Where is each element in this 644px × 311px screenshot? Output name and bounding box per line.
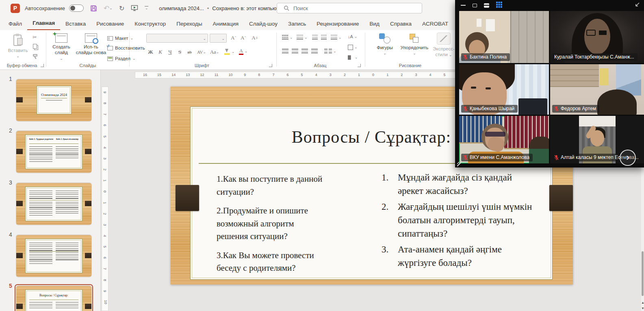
tab-acrobat[interactable]: ACROBAT: [417, 18, 453, 30]
character-spacing-button[interactable]: AV: [196, 48, 207, 56]
thumbnail-text-placeholder: [56, 146, 79, 159]
strikethrough-button[interactable]: S: [176, 48, 184, 56]
paragraph-dialog-launcher-icon[interactable]: [358, 64, 361, 67]
ruler-number: 1: [386, 73, 388, 77]
reuse-slides-button[interactable]: Исп-ть слайды снова: [76, 33, 106, 56]
search-box[interactable]: [277, 3, 422, 13]
maximize-icon[interactable]: [473, 4, 477, 7]
slide-clip-decoration: [16, 201, 23, 206]
tab-вставка[interactable]: Вставка: [60, 18, 91, 30]
video-tile-participant-4[interactable]: Федоров Артем: [550, 64, 644, 115]
tab-переходы[interactable]: Переходы: [171, 18, 207, 30]
speaker-view-icon[interactable]: [484, 3, 489, 8]
tab-запись[interactable]: Запись: [283, 18, 311, 30]
bold-button[interactable]: Ж: [146, 48, 155, 56]
document-name[interactable]: олимпиада 2024...: [159, 5, 204, 11]
reset-button[interactable]: Восстановить: [107, 44, 145, 52]
redo-icon[interactable]: ↻: [119, 4, 124, 12]
saved-status[interactable]: Сохранено в: этот компьютер: [212, 5, 284, 11]
slideshow-icon[interactable]: [131, 5, 138, 11]
powerpoint-logo-icon[interactable]: P: [11, 4, 20, 13]
paste-button[interactable]: Вставить: [6, 33, 30, 58]
copy-icon[interactable]: [33, 44, 37, 49]
video-tile-participant-2[interactable]: Куралай Токтарбекқызы С.Аманж...: [550, 11, 644, 63]
autosave-toggle[interactable]: [69, 4, 84, 12]
previous-slide-icon[interactable]: ▲: [641, 301, 644, 304]
tab-рисование[interactable]: Рисование: [91, 18, 129, 30]
format-painter-icon[interactable]: [33, 54, 38, 61]
justify-button[interactable]: [311, 49, 318, 54]
scrollbar-thumb[interactable]: [642, 251, 644, 296]
muted-mic-icon: [554, 155, 559, 160]
font-size-combobox[interactable]: [210, 34, 227, 43]
numbering-button[interactable]: [297, 35, 308, 40]
tab-рецензирование[interactable]: Рецензирование: [311, 18, 364, 30]
section-button[interactable]: Раздел: [107, 54, 136, 63]
shrink-font-button[interactable]: Аˇ: [239, 34, 247, 42]
next-slide-icon[interactable]: ▼: [641, 307, 644, 310]
convert-smartart-button[interactable]: [348, 55, 358, 60]
video-tile-participant-3[interactable]: Қаныбекова Шырай: [459, 64, 549, 115]
bullets-button[interactable]: [282, 35, 293, 40]
align-right-button[interactable]: [301, 49, 308, 54]
question-item: Мұндай жағдайда сіз қандай әрекет жасайс…: [382, 171, 534, 198]
minimize-icon[interactable]: [461, 5, 466, 6]
strikethrough-ab-button[interactable]: ab: [185, 48, 194, 56]
quick-styles-button[interactable]: Экспресс-стили: [432, 33, 456, 58]
clear-formatting-button[interactable]: А◊: [250, 34, 259, 42]
slide-thumbnail-3[interactable]: [16, 183, 91, 225]
new-slide-button[interactable]: Создать слайд: [49, 33, 74, 61]
search-input[interactable]: [293, 5, 399, 11]
change-case-button[interactable]: Аа: [209, 48, 220, 56]
ruler-number: 2: [344, 73, 346, 77]
slide-thumbnail-1[interactable]: Олимпиада 2024: [16, 79, 91, 121]
align-center-button[interactable]: [292, 49, 298, 54]
exit-minimized-view-icon[interactable]: [635, 2, 640, 9]
vertical-ruler[interactable]: 987654321012345678910: [102, 87, 108, 311]
tab-файл[interactable]: Файл: [3, 18, 27, 30]
tab-слайд-шоу[interactable]: Слайд-шоу: [244, 18, 283, 30]
tab-анимация[interactable]: Анимация: [208, 18, 244, 30]
font-name-combobox[interactable]: [146, 34, 208, 43]
align-left-button[interactable]: [282, 49, 288, 54]
next-participants-page-button[interactable]: ›: [620, 150, 636, 166]
decrease-indent-button[interactable]: [312, 35, 318, 40]
shapes-button[interactable]: Фигуры: [373, 33, 397, 55]
thumbnail-title: Олимпиада 2024: [37, 93, 71, 97]
tab-вид[interactable]: Вид: [364, 18, 385, 30]
customize-toolbar-icon[interactable]: [145, 6, 148, 11]
line-spacing-button[interactable]: [331, 35, 342, 40]
video-call-window[interactable]: Бахтина Полина Куралай Токтарбекқызы С.А…: [455, 0, 644, 167]
undo-chevron-icon[interactable]: [109, 7, 113, 10]
increase-indent-button[interactable]: [321, 35, 327, 40]
grow-font-button[interactable]: Аˆ: [229, 34, 238, 42]
arrange-button[interactable]: Упорядочить: [398, 33, 431, 55]
layout-button[interactable]: Макет: [107, 34, 133, 42]
questions-left-column[interactable]: 1.Как вы поступите в данной ситуации? 2.…: [217, 173, 326, 281]
text-direction-button[interactable]: ↓А: [348, 34, 357, 39]
ruler-number: 2: [103, 213, 107, 215]
font-color-button[interactable]: А: [239, 48, 247, 55]
slide-thumbnail-4[interactable]: [16, 235, 91, 277]
align-text-button[interactable]: [348, 45, 358, 50]
italic-button[interactable]: К: [156, 48, 165, 56]
font-dialog-launcher-icon[interactable]: [269, 64, 272, 67]
resize-handle-icon[interactable]: [457, 162, 462, 166]
tab-главная[interactable]: Главная: [27, 17, 60, 30]
underline-button[interactable]: Ч: [166, 48, 174, 56]
video-tile-participant-1[interactable]: Бахтина Полина: [459, 11, 549, 63]
tab-конструктор[interactable]: Конструктор: [129, 18, 171, 30]
undo-icon[interactable]: ↶: [104, 4, 113, 13]
slide-thumbnail-2[interactable]: Кейс 1. Трудные родители Кейс 1. Қиын ат…: [16, 131, 91, 173]
gallery-view-icon[interactable]: [496, 2, 502, 9]
columns-button[interactable]: [324, 49, 336, 54]
group-divider: [276, 33, 277, 67]
questions-right-column[interactable]: Мұндай жағдайда сіз қандай әрекет жасайс…: [382, 171, 534, 273]
clipboard-dialog-launcher-icon[interactable]: [41, 64, 44, 67]
save-icon[interactable]: [90, 5, 97, 12]
document-title[interactable]: олимпиада 2024... • Сохранено в: этот ко…: [159, 5, 291, 11]
text-highlight-button[interactable]: [224, 49, 235, 55]
cut-icon[interactable]: ✂: [33, 34, 37, 40]
tab-справка[interactable]: Справка: [385, 18, 417, 30]
video-tile-participant-5-active-speaker[interactable]: ВКУ имени С.Аманжолова: [459, 116, 549, 163]
